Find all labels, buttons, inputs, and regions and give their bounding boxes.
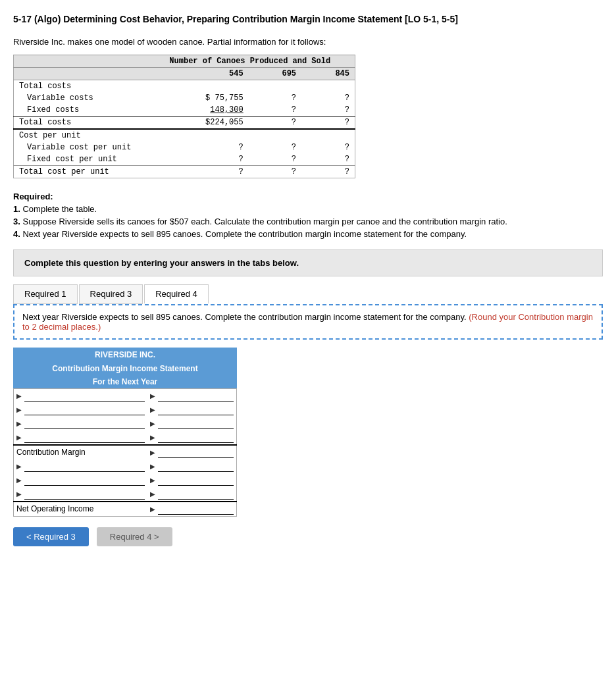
arrow-icon: ▶ (16, 392, 22, 400)
arrow-icon: ▶ (150, 420, 155, 427)
required-label: Required: (13, 192, 603, 201)
income-stmt-company: RIVERSIDE INC. (13, 348, 237, 362)
income-row-4: ▶ ▶ (14, 430, 237, 445)
income-row-8: ▶ ▶ (14, 487, 237, 502)
income-label-input-6[interactable] (24, 461, 145, 472)
table-row: Cost per unit (14, 129, 355, 142)
income-row-1: ▶ ▶ (14, 388, 237, 403)
income-label-input-4[interactable] (24, 432, 145, 443)
arrow-icon: ▶ (16, 490, 22, 498)
required-section: Required: 1. Complete the table. 3. Supp… (13, 192, 603, 239)
table-row: Total costs (14, 80, 355, 92)
required-item-4: 4. Next year Riverside expects to sell 8… (13, 229, 603, 239)
table-row: Total costs $224,055 ? ? (14, 116, 355, 129)
income-row-2: ▶ ▶ (14, 403, 237, 417)
nav-buttons: < Required 3 Required 4 > (13, 527, 603, 546)
income-value-input-1[interactable] (158, 390, 234, 402)
arrow-icon: ▶ (150, 506, 155, 513)
income-value-input-3[interactable] (158, 418, 234, 429)
col-845: 845 (301, 67, 355, 80)
income-row-net-operating-income: Net Operating Income ▶ (14, 502, 237, 517)
income-label-input-1[interactable] (24, 390, 145, 402)
arrow-icon: ▶ (150, 406, 155, 413)
tabs-container: Required 1 Required 3 Required 4 (13, 284, 603, 304)
income-row-3: ▶ ▶ (14, 417, 237, 430)
arrow-icon: ▶ (150, 463, 155, 470)
col-695: 695 (249, 67, 301, 80)
income-row-7: ▶ ▶ (14, 473, 237, 487)
instruction-box: Next year Riverside expects to sell 895 … (13, 304, 603, 340)
income-statement: RIVERSIDE INC. Contribution Margin Incom… (13, 348, 237, 517)
complete-box: Complete this question by entering your … (13, 249, 603, 276)
arrow-icon: ▶ (150, 490, 155, 498)
net-operating-income-input[interactable] (158, 504, 234, 515)
contribution-margin-label: Contribution Margin (16, 448, 86, 457)
income-table: ▶ ▶ ▶ (13, 388, 237, 517)
tab-required-4[interactable]: Required 4 (144, 284, 209, 304)
contribution-margin-input[interactable] (158, 447, 234, 458)
income-value-input-4[interactable] (158, 432, 234, 443)
tab-required-1[interactable]: Required 1 (13, 284, 78, 304)
table-row: Fixed cost per unit ? ? ? (14, 153, 355, 166)
table-row: Total cost per unit ? ? ? (14, 165, 355, 178)
arrow-icon: ▶ (150, 477, 155, 484)
instruction-main: Next year Riverside expects to sell 895 … (22, 312, 467, 322)
income-value-input-6[interactable] (158, 461, 234, 472)
data-table: Number of Canoes Produced and Sold 545 6… (13, 55, 355, 178)
income-stmt-period: For the Next Year (13, 375, 237, 388)
tab-required-3[interactable]: Required 3 (79, 284, 143, 304)
required-item-1: 1. Complete the table. (13, 204, 603, 214)
arrow-icon: ▶ (150, 434, 155, 441)
income-row-6: ▶ ▶ (14, 459, 237, 473)
income-value-input-8[interactable] (158, 488, 234, 500)
arrow-icon: ▶ (150, 449, 155, 456)
arrow-icon: ▶ (16, 463, 22, 470)
net-operating-income-label: Net Operating Income (16, 504, 93, 513)
income-label-input-8[interactable] (24, 488, 145, 500)
arrow-icon: ▶ (16, 477, 22, 484)
intro-text: Riverside Inc. makes one model of wooden… (13, 37, 603, 47)
income-value-input-2[interactable] (158, 404, 234, 415)
arrow-icon: ▶ (150, 392, 155, 400)
table-header: Number of Canoes Produced and Sold (145, 55, 355, 67)
income-stmt-title: Contribution Margin Income Statement (13, 362, 237, 375)
income-label-input-3[interactable] (24, 418, 145, 429)
income-value-input-7[interactable] (158, 475, 234, 486)
arrow-icon: ▶ (16, 406, 22, 413)
table-row: Fixed costs 148,300 ? ? (14, 104, 355, 117)
income-label-input-7[interactable] (24, 475, 145, 486)
table-row: Variable costs $ 75,755 ? ? (14, 92, 355, 104)
col-545: 545 (145, 67, 249, 80)
income-row-contribution-margin: Contribution Margin ▶ (14, 445, 237, 459)
next-button[interactable]: Required 4 > (97, 527, 172, 546)
arrow-icon: ▶ (16, 434, 22, 441)
prev-button[interactable]: < Required 3 (13, 527, 89, 546)
table-row: Variable cost per unit ? ? ? (14, 142, 355, 153)
page-title: 5-17 (Algo) Determining Cost Behavior, P… (13, 13, 603, 26)
arrow-icon: ▶ (16, 420, 22, 427)
required-item-3: 3. Suppose Riverside sells its canoes fo… (13, 217, 603, 226)
income-label-input-2[interactable] (24, 404, 145, 415)
